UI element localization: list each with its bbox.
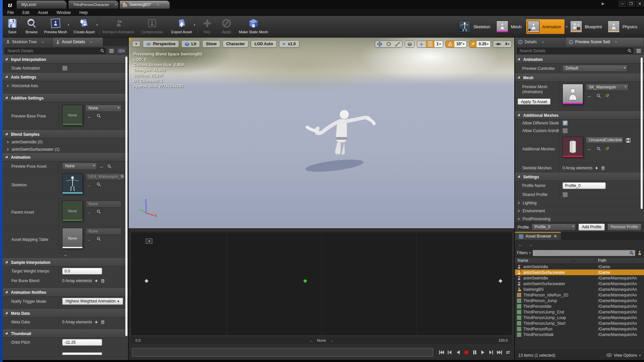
rotate-tool-button[interactable] [384,41,393,47]
show-menu-button[interactable]: Show [202,40,220,48]
trash-icon[interactable] [601,166,605,170]
search-details-input[interactable] [517,48,633,54]
animation-mode-button[interactable]: ✱ Animation [526,19,565,34]
asset-row[interactable]: SwimingBS /Game/Mannequin/An [515,286,644,292]
perspective-button[interactable]: Perspective [143,40,179,48]
step-backward-button[interactable] [446,348,453,356]
close-tab-icon[interactable]: ✕ [157,3,160,7]
chevron-down-icon[interactable]: ▾ [96,23,98,27]
browse-to-asset-icon[interactable] [96,113,101,118]
close-tab-icon[interactable]: ✕ [41,40,44,44]
browse-to-asset-icon[interactable] [96,209,101,214]
axis-prev-arrow[interactable]: ← [309,338,313,342]
parent-asset-thumbnail[interactable]: None [62,201,83,221]
tab-skeleton-tree[interactable]: Skeleton Tree ✕ [3,38,53,46]
menu-edit[interactable]: Edit [22,10,29,15]
view-options-eye-button[interactable]: ▾ [117,48,126,54]
mesh-mode-button[interactable]: Mesh [495,19,525,34]
apply-to-asset-button[interactable]: Apply To Asset [518,98,551,104]
physics-mode-button[interactable]: Physics [606,19,641,34]
profile-select-dropdown[interactable]: Profile_0 [532,224,576,231]
skip-to-end-button[interactable] [496,348,503,356]
timeline-scrubber[interactable] [132,348,433,357]
section-mesh[interactable]: Mesh [515,74,644,82]
save-collection-icon[interactable] [626,138,631,143]
preview-viewport[interactable]: ▼ Perspective Lit Show Character LOD Aut… [129,38,514,228]
use-selected-icon[interactable]: ← [587,93,592,98]
skip-to-start-button[interactable] [437,348,445,356]
rotation-snap-toggle[interactable] [446,41,454,47]
rotation-snap-value[interactable]: 10°▾ [454,41,466,47]
search-assets-input[interactable] [533,250,635,256]
tab-thirdpersoncharacter[interactable]: ThirdPersonCharacter ✕ [69,1,118,9]
asset-row[interactable]: ThirdPersonIdle /Game/Mannequin/An [515,303,644,309]
blend-sample-0-expander[interactable]: animSwimIdle (0) [3,138,128,146]
camera-speed-icon-button[interactable] [493,41,503,47]
axis-next-arrow[interactable]: → [330,338,334,342]
additional-meshes-thumbnail[interactable] [563,137,583,157]
preview-pose-asset-dropdown[interactable]: None [62,163,97,170]
blend-sample-point[interactable] [499,279,503,283]
viewport-options-button[interactable]: ▼ [132,41,140,47]
make-static-mesh-button[interactable]: Make Static Mesh [236,16,271,37]
use-selected-icon[interactable]: ← [99,163,104,169]
scale-snap-value[interactable]: 0.25▾ [477,41,490,47]
history-forward-button[interactable]: → [528,242,533,247]
display-filter-button[interactable] [108,48,115,54]
column-path-header[interactable]: Path ▲ [595,258,644,263]
skeleton-mode-button[interactable]: ✱ Skeleton [457,19,494,34]
blueprint-mode-button[interactable]: Blueprint [569,19,605,34]
create-asset-button[interactable]: Create Asset ▾ [70,16,98,37]
tab-details[interactable]: i Details ✕ [515,38,565,46]
right-panel-scrollbar[interactable] [641,58,643,209]
blendspace-graph[interactable]: ◄ [131,232,512,335]
section-animation[interactable]: Animation [515,55,644,64]
display-filter-button[interactable] [635,48,642,54]
asset-mapping-thumbnail[interactable]: None [62,228,83,249]
preview-base-pose-dropdown[interactable]: None [85,105,121,112]
asset-row[interactable]: animSwimIdle /Game/Mannequin/An [515,275,644,281]
user-filter-icon[interactable] [637,251,642,255]
section-input-interpolation[interactable]: Input Interpolation [3,55,128,64]
section-sample-interpolation[interactable]: Sample Interpolation [3,258,128,267]
blend-sample-1-expander[interactable]: animSwimSurfacewater (1) [3,146,128,153]
add-profile-button[interactable]: Add Profile [578,224,605,231]
search-details-input[interactable] [5,48,106,54]
section-thumbnail[interactable]: Thumbnail [3,329,128,338]
tab-mylevel[interactable]: MyLevel [17,1,67,9]
allow-different-skeleton-checkbox[interactable]: ✓ [563,120,568,126]
profile-name-input[interactable] [563,182,606,189]
marketplace-icon[interactable]: ➤ [601,1,607,7]
asset-row[interactable]: animSwimIdle /Game [515,264,644,270]
view-options-button[interactable]: View Options ▾ [606,353,641,358]
section-axis-settings[interactable]: Axis Settings [3,73,128,81]
section-animation[interactable]: Animation [3,153,128,161]
asset-row[interactable]: ThirdPersonJump_Loop /Game/Mannequin/An [515,315,644,320]
grid-snap-toggle[interactable] [426,41,434,47]
asset-row[interactable]: ThirdPerson_Jump /Game/Mannequin/An [515,298,644,303]
close-tab-icon[interactable]: ✕ [114,3,117,7]
chevron-down-icon[interactable]: ▾ [68,23,69,27]
export-asset-button[interactable]: Export Asset ▾ [167,16,196,37]
use-selected-icon[interactable]: ← [587,146,592,151]
blend-sample-point[interactable] [144,279,149,283]
preview-mesh-thumbnail[interactable] [563,84,583,104]
asset-row[interactable]: ThirdPerson_IdleRun_2D /Game/Mannequin/A… [515,292,644,298]
preview-blend-point[interactable] [303,279,307,283]
section-animation-notifies[interactable]: Animation Notifies [3,288,128,296]
character-menu-button[interactable]: Character [223,40,248,48]
menu-window[interactable]: Window [57,10,71,15]
preview-mesh-dropdown[interactable]: SK_Mannequin [586,84,628,91]
scale-tool-button[interactable] [393,41,402,47]
asset-row[interactable]: ThirdPersonWalk /Game/Mannequin/An [515,332,644,337]
coordinate-space-toggle[interactable] [405,41,414,48]
browse-to-asset-icon[interactable] [96,237,101,241]
asset-row[interactable]: animSwimSurfacewater /Game/Mannequin/An [515,281,644,286]
tab-preview-scene-settings[interactable]: i Preview Scene Sett ✕ [565,38,644,46]
loop-toggle-button[interactable] [504,348,512,356]
save-button[interactable]: Save [3,16,22,37]
playback-speed-button[interactable]: x1.0 [279,40,299,48]
record-button[interactable] [462,348,470,356]
tab-asset-details[interactable]: Asset Details ✕ [53,38,103,46]
menu-help[interactable]: Help [80,10,88,15]
